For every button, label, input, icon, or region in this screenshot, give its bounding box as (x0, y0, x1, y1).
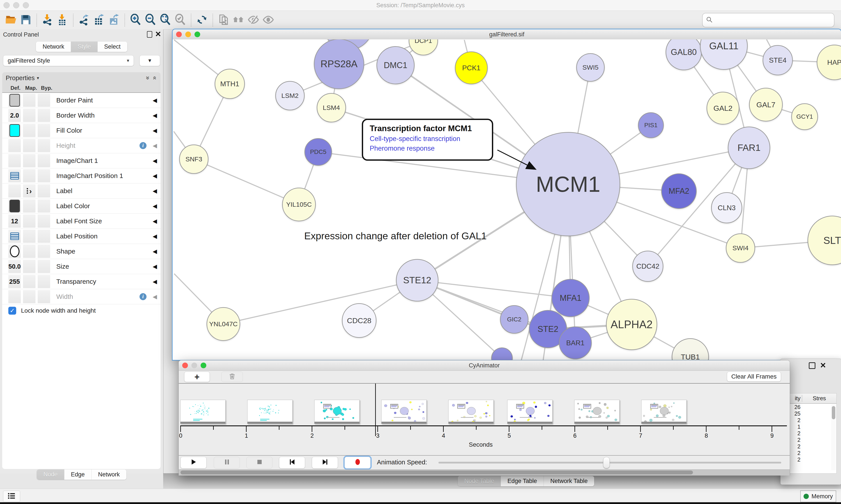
network-node-cln3[interactable]: CLN3 (711, 192, 742, 223)
first-neighbors-button[interactable] (231, 13, 246, 27)
copy-style-button[interactable] (216, 13, 231, 27)
property-row[interactable]: 50.0 Size ◀ (2, 259, 161, 274)
network-caption[interactable]: Expression change after deletion of GAL1 (304, 230, 487, 242)
timeline-frame-2[interactable] (247, 400, 292, 424)
default-value[interactable]: 255 (9, 278, 20, 285)
float-panel-icon[interactable] (809, 362, 816, 369)
network-node-mcm1[interactable]: MCM1 (516, 132, 620, 236)
property-row[interactable]: Shape ◀ (2, 244, 161, 259)
timeline-frame-8[interactable] (641, 400, 686, 424)
zoom-selected-button[interactable] (173, 13, 188, 27)
export-table-button[interactable] (92, 13, 106, 27)
property-row[interactable]: › Label ◀ (2, 183, 161, 199)
timeline-playhead[interactable] (375, 383, 376, 436)
network-node-ste4[interactable]: STE4 (763, 45, 793, 75)
network-node-pis1[interactable]: PIS1 (638, 112, 664, 138)
tab-network[interactable]: Network (92, 469, 126, 480)
expand-row-icon[interactable]: ◀ (153, 233, 157, 240)
tab-network[interactable]: Network (36, 41, 71, 52)
column-header[interactable]: Stres (802, 395, 836, 402)
default-value-swatch[interactable] (10, 94, 20, 107)
network-node-dmc1[interactable]: DMC1 (376, 46, 415, 84)
network-node-yil105c[interactable]: YIL105C (282, 187, 316, 221)
annotation-link[interactable]: Pheromone response (370, 144, 485, 152)
network-node-gal7[interactable]: GAL7 (749, 88, 783, 122)
property-row[interactable]: 12 Label Font Size ◀ (2, 214, 161, 229)
network-window-titlebar[interactable]: galFiltered.sif (173, 29, 841, 40)
info-icon[interactable]: i (140, 293, 146, 300)
network-node-cdc42[interactable]: CDC42 (632, 251, 663, 282)
property-row[interactable]: 2.0 Border Width ◀ (2, 108, 161, 123)
task-history-button[interactable] (3, 491, 20, 502)
import-network-button[interactable] (40, 13, 55, 27)
skip-to-start-button[interactable] (279, 457, 305, 469)
network-node-snf3[interactable]: SNF3 (179, 144, 209, 174)
timeline-frame-1[interactable] (180, 400, 226, 424)
network-node-lsm2[interactable]: LSM2 (275, 81, 305, 110)
timeline-frame-3[interactable] (314, 400, 360, 424)
property-row[interactable]: Border Paint ◀ (2, 93, 161, 108)
property-row[interactable]: Height i ◀ (2, 138, 161, 153)
expand-row-icon[interactable]: ◀ (153, 248, 157, 255)
expand-row-icon[interactable]: ◀ (153, 97, 157, 104)
play-button[interactable] (180, 457, 207, 469)
show-all-button[interactable] (261, 13, 276, 27)
export-network-button[interactable] (77, 13, 92, 27)
timeline-frame-6[interactable] (507, 400, 553, 424)
collapse-all-icon[interactable]: « (151, 76, 159, 80)
network-node-alpha2[interactable]: ALPHA2 (606, 299, 657, 350)
animation-speed-slider[interactable] (439, 462, 781, 464)
tab-select[interactable]: Select (98, 41, 127, 52)
passthrough-mapping-icon[interactable]: › (27, 187, 32, 195)
annotation-link[interactable]: Cell-type-specific transcription (370, 135, 485, 143)
cyanimator-titlebar[interactable]: CyAnimator (179, 360, 790, 371)
properties-header[interactable]: Properties (6, 74, 35, 82)
style-options-button[interactable]: ▼ (140, 55, 160, 66)
skip-to-end-button[interactable] (312, 457, 338, 469)
network-node-swi5[interactable]: SWI5 (576, 53, 605, 82)
export-image-button[interactable] (106, 13, 121, 27)
table-row[interactable]: 1 (782, 424, 836, 430)
tab-edge[interactable]: Edge (65, 469, 92, 480)
network-node-mfa1[interactable]: MFA1 (552, 279, 590, 317)
network-node-gic2[interactable]: GIC2 (500, 305, 529, 334)
property-row[interactable]: Width i ◀ (2, 289, 161, 304)
ellipse-shape-icon[interactable] (10, 246, 19, 257)
expand-row-icon[interactable]: ◀ (153, 142, 157, 149)
tab-style[interactable]: Style (71, 41, 97, 52)
zoom-in-button[interactable] (128, 13, 143, 27)
table-row[interactable]: 2 (782, 417, 836, 424)
zoom-fit-button[interactable] (158, 13, 173, 27)
annotation-box[interactable]: Transcription factor MCM1 Cell-type-spec… (362, 119, 493, 161)
table-row[interactable]: 26 (782, 404, 836, 410)
property-row[interactable]: Image/Chart Position 1 ◀ (2, 168, 161, 183)
expand-row-icon[interactable]: ◀ (153, 278, 157, 285)
network-node-ynl047c[interactable]: YNL047C (207, 307, 240, 341)
table-row[interactable]: 2 (782, 450, 836, 456)
default-value-swatch[interactable] (10, 200, 20, 212)
slider-thumb[interactable] (603, 457, 610, 468)
record-button[interactable] (344, 457, 371, 469)
float-panel-icon[interactable] (147, 31, 152, 38)
close-panel-icon[interactable] (155, 31, 161, 38)
import-table-button[interactable] (55, 13, 70, 27)
expand-row-icon[interactable]: ◀ (153, 293, 157, 300)
table-row[interactable]: 2 (782, 430, 836, 436)
expand-row-icon[interactable]: ◀ (153, 218, 157, 224)
expand-row-icon[interactable]: ◀ (153, 173, 157, 179)
expand-row-icon[interactable]: ◀ (153, 187, 157, 194)
tab-node-table[interactable]: Node Table (458, 476, 501, 486)
expand-row-icon[interactable]: ◀ (153, 112, 157, 119)
expand-row-icon[interactable]: ◀ (153, 158, 157, 164)
expand-all-icon[interactable]: » (144, 76, 152, 80)
network-node-rps28a[interactable]: RPS28A (314, 39, 364, 89)
network-node-mth1[interactable]: MTH1 (215, 69, 245, 99)
expand-row-icon[interactable]: ◀ (153, 127, 157, 134)
stop-button[interactable] (246, 457, 272, 469)
tab-edge-table[interactable]: Edge Table (501, 476, 544, 486)
delete-frame-button[interactable] (221, 372, 243, 382)
network-node-pck1[interactable]: PCK1 (455, 51, 488, 84)
network-node-cdc28[interactable]: CDC28 (342, 303, 376, 338)
network-node-bar1[interactable]: BAR1 (559, 326, 592, 359)
default-value[interactable]: 50.0 (8, 263, 21, 270)
